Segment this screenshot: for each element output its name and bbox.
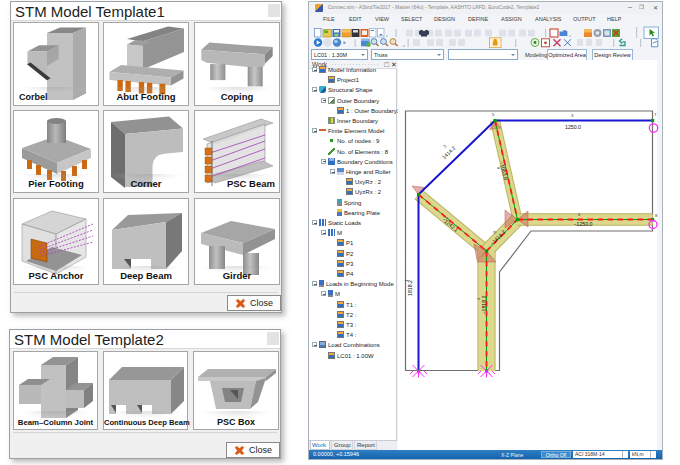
svg-text:−1818.2: −1818.2	[481, 295, 487, 314]
svg-text:2: 2	[442, 143, 448, 149]
svg-text:1250.0: 1250.0	[565, 124, 581, 130]
svg-text:7: 7	[654, 112, 657, 117]
svg-text:−1250.0: −1250.0	[574, 221, 593, 227]
svg-text:3: 3	[571, 113, 574, 118]
svg-text:8: 8	[655, 213, 658, 218]
svg-text:5: 5	[492, 112, 495, 117]
